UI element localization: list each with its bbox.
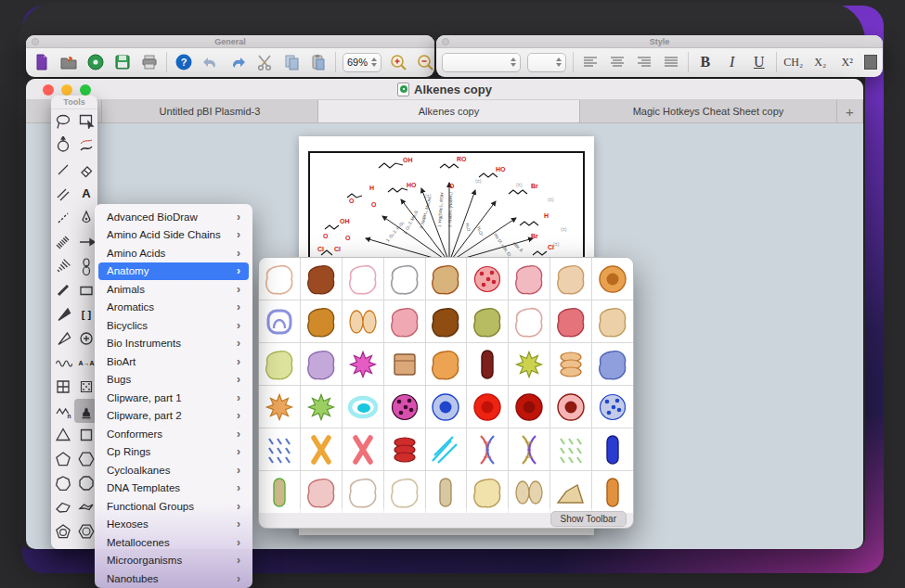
tool-hashed-bond[interactable]: [51, 230, 74, 254]
help-button[interactable]: ?: [174, 52, 194, 72]
print-button[interactable]: [139, 52, 160, 72]
clipart-heart-circulation[interactable]: [467, 258, 508, 300]
close-window-button[interactable]: [43, 84, 54, 96]
clipart-human-body-silhouette[interactable]: [301, 258, 342, 300]
clipart-cell-nucleus[interactable]: [426, 386, 467, 428]
menu-item-hexoses[interactable]: Hexoses›: [98, 516, 249, 534]
tool-hollow-wedge[interactable]: [51, 326, 74, 351]
clipart-karyotype[interactable]: [259, 428, 300, 470]
clipart-chromosome-blue[interactable]: [592, 428, 633, 470]
clipart-red-blood-cell-dark[interactable]: [509, 386, 549, 428]
tools-palette-title[interactable]: Tools: [51, 96, 97, 109]
clipart-muscle-tissue[interactable]: [384, 428, 425, 470]
clipart-dna-helix[interactable]: [467, 428, 508, 470]
menu-item-nanotubes[interactable]: Nanotubes›: [98, 569, 249, 588]
formula-button[interactable]: CH₂: [783, 52, 804, 72]
clipart-mast-cell[interactable]: [343, 343, 383, 385]
tool-cp-ring[interactable]: [51, 519, 74, 543]
menu-item-bioart[interactable]: BioArt›: [98, 352, 249, 371]
tool-multiple-bond[interactable]: [51, 182, 74, 206]
clipart-eye-section[interactable]: [592, 258, 633, 300]
tab-alkenes-copy[interactable]: Alkenes copy: [318, 100, 580, 122]
clipart-heart[interactable]: [509, 258, 549, 300]
clipart-spine-nerves[interactable]: [259, 471, 300, 513]
tool-dashed-bond[interactable]: [51, 206, 74, 230]
undo-button[interactable]: [200, 52, 221, 72]
close-icon[interactable]: [32, 38, 39, 45]
paste-button[interactable]: [308, 52, 329, 72]
open-button[interactable]: [58, 52, 79, 72]
clipart-pancreas[interactable]: [259, 343, 300, 385]
tool-lasso-select[interactable]: [51, 109, 74, 134]
tab-untitled-pbi-plasmid[interactable]: Untitled pBI Plasmid-3: [102, 100, 318, 122]
align-right-button[interactable]: [634, 52, 654, 72]
menu-item-bugs[interactable]: Bugs›: [98, 371, 249, 390]
minimize-window-button[interactable]: [61, 84, 72, 96]
clipart-skeleton[interactable]: [384, 471, 425, 513]
clipart-torso-muscles[interactable]: [426, 343, 467, 385]
menu-item-microorganisms[interactable]: Microorganisms›: [98, 552, 249, 570]
clipart-skin-section[interactable]: [384, 343, 425, 385]
menu-item-bio-instruments[interactable]: Bio Instruments›: [98, 335, 249, 353]
clipart-stomach[interactable]: [467, 300, 508, 342]
clipart-intestines[interactable]: [259, 300, 300, 342]
subscript-button[interactable]: X₂: [810, 52, 831, 72]
underline-button[interactable]: U: [749, 52, 769, 72]
clipart-spinal-column[interactable]: [426, 471, 467, 513]
clipart-embryo[interactable]: [509, 300, 549, 342]
clipart-neuron[interactable]: [301, 386, 342, 428]
tool-hash-wedge[interactable]: [51, 254, 74, 278]
clipart-nerve-cell[interactable]: [259, 386, 300, 428]
clipart-lungs[interactable]: [343, 300, 383, 342]
clipart-liver[interactable]: [426, 300, 467, 342]
tool-text[interactable]: A: [74, 182, 97, 206]
clipart-tooth-section[interactable]: [301, 471, 342, 513]
save-button[interactable]: [112, 52, 133, 72]
clipart-brain[interactable]: [426, 258, 467, 300]
clipart-pancreas-gland[interactable]: [550, 258, 591, 300]
tool-solid-wedge[interactable]: [51, 302, 74, 326]
redo-button[interactable]: [227, 52, 248, 72]
clipart-spleen[interactable]: [301, 343, 342, 385]
menu-item-aromatics[interactable]: Aromatics›: [98, 299, 249, 317]
clipart-white-blood-cell[interactable]: [592, 386, 633, 428]
clipart-red-blood-cell[interactable]: [467, 386, 508, 428]
save-cd-button[interactable]: [85, 52, 106, 72]
new-tab-button[interactable]: +: [837, 100, 863, 122]
menu-item-clipware-part-1[interactable]: Clipware, part 1›: [98, 389, 249, 407]
superscript-button[interactable]: X²: [837, 52, 858, 72]
align-left-button[interactable]: [580, 52, 601, 72]
menu-item-bicyclics[interactable]: Bicyclics›: [98, 316, 249, 335]
tool-wavy-bond[interactable]: [51, 351, 74, 375]
menu-item-anatomy[interactable]: Anatomy›: [98, 262, 249, 281]
menu-item-conformers[interactable]: Conformers›: [98, 425, 249, 443]
clipart-gene-map[interactable]: [550, 428, 591, 470]
copy-button[interactable]: [281, 52, 302, 72]
menu-item-animals[interactable]: Animals›: [98, 280, 249, 299]
tool-polymer[interactable]: n: [51, 399, 74, 423]
clipart-dna-strand[interactable]: [509, 428, 549, 470]
clipart-head-profile[interactable]: [384, 258, 425, 300]
clipart-cancer-cell[interactable]: [384, 386, 425, 428]
tool-reaction-map[interactable]: [74, 134, 97, 158]
font-family-select[interactable]: [442, 53, 521, 72]
menu-item-advanced-biodraw[interactable]: Advanced BioDraw›: [98, 208, 249, 226]
clipart-red-blood-cell-stack[interactable]: [550, 386, 591, 428]
cut-button[interactable]: [254, 52, 275, 72]
clipart-human-body-outline[interactable]: [259, 258, 300, 300]
clipart-skull[interactable]: [467, 471, 508, 513]
font-size-select[interactable]: [527, 53, 566, 72]
menu-item-cycloalkanes[interactable]: Cycloalkanes›: [98, 461, 249, 479]
align-center-button[interactable]: [607, 52, 627, 72]
menu-item-amino-acid-side-chains[interactable]: Amino Acid Side Chains›: [98, 226, 249, 245]
tool-single-bond[interactable]: [51, 158, 74, 182]
tool-eraser[interactable]: [74, 158, 97, 182]
clipart-muscle-fiber[interactable]: [467, 343, 508, 385]
menu-item-clipware-part-2[interactable]: Clipware, part 2›: [98, 407, 249, 426]
clipart-foot-section[interactable]: [550, 471, 591, 513]
tool-bold-bond[interactable]: [51, 278, 74, 302]
tab-magic-hotkeys[interactable]: Magic Hotkeys Cheat Sheet copy: [580, 100, 837, 122]
menu-item-amino-acids[interactable]: Amino Acids›: [98, 244, 249, 262]
clipart-dna-replication-fork[interactable]: [426, 428, 467, 470]
bold-button[interactable]: B: [695, 52, 716, 72]
